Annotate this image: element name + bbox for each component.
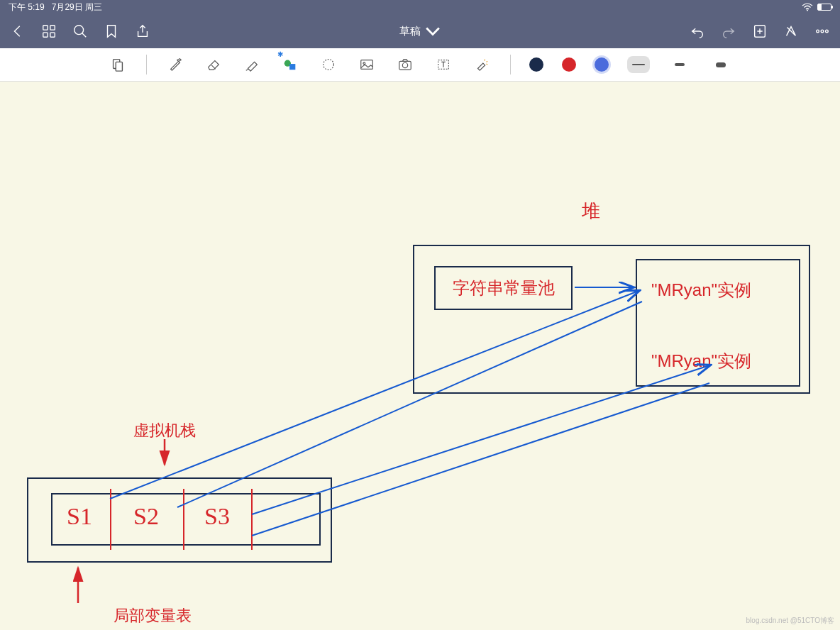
image-tool-icon[interactable] (357, 55, 377, 74)
string-pool-box: 字符串常量池 (434, 266, 573, 310)
svg-point-14 (324, 60, 334, 70)
lasso-tool-icon[interactable] (319, 55, 338, 74)
canvas[interactable]: 堆 字符串常量池 "MRyan"实例 "MRyan"实例 虚拟机栈 S1 S2 … (0, 82, 840, 630)
svg-point-7 (817, 30, 819, 33)
status-date: 7月29日 周三 (52, 1, 102, 13)
camera-tool-icon[interactable] (395, 55, 415, 74)
color-red[interactable] (562, 57, 576, 72)
undo-icon[interactable] (690, 23, 705, 39)
svg-rect-11 (116, 62, 122, 71)
color-active[interactable] (595, 57, 609, 72)
separator (146, 55, 147, 74)
stroke-med[interactable] (668, 56, 691, 73)
svg-point-9 (826, 30, 829, 33)
tool-bar: ✱ (0, 48, 840, 82)
svg-point-16 (363, 62, 365, 65)
locals-label: 局部变量表 (114, 605, 192, 626)
watermark: blog.csdn.net @51CTO博客 (746, 616, 834, 626)
heap-label: 堆 (582, 199, 600, 223)
svg-point-8 (821, 30, 824, 33)
close-draw-icon[interactable] (783, 23, 799, 39)
text-tool-icon[interactable] (433, 55, 453, 74)
share-icon[interactable] (135, 23, 150, 39)
instance-2-label: "MRyan"实例 (651, 350, 751, 372)
svg-rect-15 (361, 60, 373, 70)
page-tool-icon[interactable] (108, 55, 128, 74)
shapes-tool-icon[interactable]: ✱ (280, 55, 300, 74)
svg-point-5 (74, 26, 84, 35)
highlighter-tool-icon[interactable] (242, 55, 262, 74)
laser-tool-icon[interactable] (472, 55, 492, 74)
back-icon[interactable] (10, 23, 26, 39)
separator (510, 55, 511, 74)
cell-sep (183, 489, 184, 550)
svg-rect-3 (43, 33, 48, 37)
status-time: 下午 5:19 (9, 1, 45, 13)
cell-sep (110, 489, 111, 550)
svg-rect-13 (289, 64, 295, 70)
more-icon[interactable] (814, 23, 830, 39)
add-page-icon[interactable] (752, 23, 768, 39)
svg-point-18 (402, 62, 407, 67)
color-navy[interactable] (529, 57, 543, 72)
pen-tool-icon[interactable] (165, 55, 185, 74)
stack-label: 虚拟机栈 (133, 420, 196, 441)
string-pool-label: 字符串常量池 (453, 277, 555, 299)
svg-point-0 (807, 10, 808, 11)
document-title-text: 草稿 (399, 25, 421, 38)
chevron-down-icon (425, 23, 441, 39)
svg-rect-2 (50, 26, 55, 30)
instance-1-label: "MRyan"实例 (651, 279, 751, 302)
search-icon[interactable] (72, 23, 88, 39)
bookmark-icon[interactable] (104, 23, 119, 39)
stroke-thin[interactable] (627, 56, 650, 73)
cell-sep (251, 489, 253, 550)
stroke-thick[interactable] (709, 56, 732, 73)
var-s1: S1 (67, 503, 92, 530)
nav-bar: 草稿 (0, 14, 840, 48)
svg-rect-4 (50, 33, 55, 37)
grid-icon[interactable] (41, 23, 57, 39)
status-bar: 下午 5:19 7月29日 周三 (0, 0, 840, 14)
var-s2: S2 (133, 503, 159, 530)
svg-rect-1 (43, 26, 48, 30)
redo-icon[interactable] (721, 23, 736, 39)
battery-icon (817, 4, 831, 11)
var-s3: S3 (204, 503, 230, 530)
document-title[interactable]: 草稿 (399, 23, 441, 39)
wifi-icon (802, 3, 813, 11)
eraser-tool-icon[interactable] (204, 55, 223, 74)
